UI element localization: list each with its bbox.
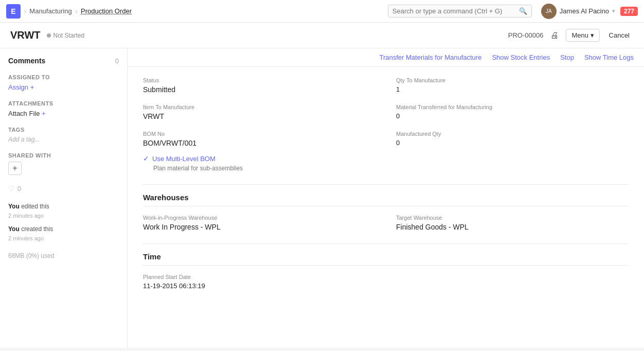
attachments-title: ATTACHMENTS — [8, 100, 119, 107]
print-icon[interactable]: 🖨 — [548, 30, 561, 41]
sidebar-attachments-section: ATTACHMENTS Attach File + — [8, 100, 119, 117]
qty-field-value: 1 — [396, 85, 629, 93]
planned-start-label: Planned Start Date — [143, 274, 629, 280]
shared-with-title: SHARED WITH — [8, 152, 119, 159]
planned-start-field: Planned Start Date 11-19-2015 06:13:19 — [143, 274, 629, 290]
warehouses-grid: Work-in-Progress Warehouse Work In Progr… — [143, 215, 629, 231]
likes-count: 0 — [17, 185, 21, 192]
status-label: Not Started — [53, 32, 85, 39]
qty-field: Qty To Manufacture 1 — [396, 77, 629, 94]
target-warehouse-field: Target Warehouse Finished Goods - WPL — [396, 215, 629, 231]
doc-id: PRO-00006 — [508, 31, 544, 39]
bom-field-value: BOM/VRWT/001 — [143, 139, 375, 147]
wip-warehouse-label: Work-in-Progress Warehouse — [143, 215, 375, 221]
item-field-value: VRWT — [143, 112, 375, 120]
user-menu-chevron: ▾ — [612, 8, 615, 14]
cancel-button[interactable]: Cancel — [605, 29, 634, 41]
bom-field-label: BOM No — [143, 131, 375, 137]
item-field-label: Item To Manufacture — [143, 104, 375, 110]
breadcrumb-manufacturing[interactable]: Manufacturing — [29, 7, 71, 15]
search-input[interactable] — [392, 7, 516, 15]
multilevel-bom-label[interactable]: Use Multi-Level BOM — [152, 155, 216, 163]
sidebar-shared-section: SHARED WITH + — [8, 152, 119, 175]
tag-input[interactable]: Add a tag... — [8, 136, 119, 143]
avatar: JA — [541, 4, 557, 19]
menu-button[interactable]: Menu ▾ — [566, 29, 599, 42]
warehouses-title: Warehouses — [143, 193, 629, 206]
activity-time-2: 2 minutes ago — [8, 235, 44, 241]
planned-start-value: 11-19-2015 06:13:19 — [143, 282, 629, 290]
sidebar-activity: You edited this 2 minutes ago You create… — [8, 202, 119, 243]
comments-count: 0 — [115, 57, 119, 65]
user-menu[interactable]: JA James Al Pacino ▾ — [541, 4, 615, 19]
comments-label: Comments — [8, 57, 45, 65]
breadcrumb-sep-1: › — [24, 7, 26, 16]
multilevel-bom-row: ✓ Use Multi-Level BOM — [143, 154, 629, 163]
warehouses-section: Warehouses Work-in-Progress Warehouse Wo… — [143, 193, 629, 231]
main-layout: Comments 0 ASSIGNED TO Assign + ATTACHME… — [0, 48, 644, 348]
stop-button[interactable]: Stop — [560, 54, 574, 61]
content-area: Transfer Materials for Manufacture Show … — [128, 48, 644, 348]
transfer-materials-button[interactable]: Transfer Materials for Manufacture — [379, 54, 481, 61]
divider-2 — [143, 243, 629, 244]
material-transferred-label: Material Transferred for Manufacturing — [396, 104, 629, 110]
shared-plus-icon: + — [12, 164, 17, 173]
status-field: Status Submitted — [143, 77, 375, 94]
action-bar: Transfer Materials for Manufacture Show … — [128, 48, 644, 67]
divider-1 — [143, 184, 629, 185]
target-warehouse-value: Finished Goods - WPL — [396, 223, 629, 231]
status-dot — [47, 33, 51, 38]
assigned-to-title: ASSIGNED TO — [8, 74, 119, 80]
storage-info: 68MB (0%) used — [8, 252, 119, 259]
material-transferred-field: Material Transferred for Manufacturing 0 — [396, 104, 629, 120]
target-warehouse-label: Target Warehouse — [396, 215, 629, 221]
time-title: Time — [143, 252, 629, 266]
item-field: Item To Manufacture VRWT — [143, 104, 375, 120]
manufactured-qty-label: Manufactured Qty — [396, 131, 629, 137]
comments-row: Comments 0 — [8, 57, 119, 65]
main-form-grid: Status Submitted Qty To Manufacture 1 It… — [143, 77, 629, 147]
show-time-logs-button[interactable]: Show Time Logs — [584, 54, 634, 61]
page-header-right: PRO-00006 🖨 Menu ▾ Cancel — [508, 29, 634, 42]
assign-button[interactable]: Assign + — [8, 83, 119, 91]
show-stock-entries-button[interactable]: Show Stock Entries — [492, 54, 550, 61]
shared-add-button[interactable]: + — [8, 162, 22, 175]
material-transferred-value: 0 — [396, 112, 629, 120]
page-header: VRWT Not Started PRO-00006 🖨 Menu ▾ Canc… — [0, 23, 644, 48]
navbar: E › Manufacturing › Production Order 🔍 J… — [0, 0, 644, 23]
likes-row: ♡ 0 — [8, 184, 119, 192]
multilevel-check-icon: ✓ — [143, 154, 149, 163]
sidebar-comments-section: Comments 0 — [8, 57, 119, 65]
sidebar-assigned-section: ASSIGNED TO Assign + — [8, 74, 119, 91]
tags-title: TAGS — [8, 127, 119, 133]
assign-plus-icon: + — [30, 83, 34, 91]
menu-chevron-icon: ▾ — [591, 31, 594, 39]
page-title: VRWT — [10, 29, 41, 41]
main-fields-section: Status Submitted Qty To Manufacture 1 It… — [143, 77, 629, 172]
heart-icon[interactable]: ♡ — [8, 184, 15, 192]
activity-actor-2: You — [8, 225, 20, 233]
wip-warehouse-field: Work-in-Progress Warehouse Work In Progr… — [143, 215, 375, 231]
breadcrumb-production-order[interactable]: Production Order — [81, 7, 132, 15]
activity-time-1: 2 minutes ago — [8, 213, 44, 219]
wip-warehouse-value: Work In Progress - WPL — [143, 223, 375, 231]
attach-plus-icon: + — [42, 110, 46, 117]
activity-actor-1: You — [8, 203, 20, 210]
form-content: Status Submitted Qty To Manufacture 1 It… — [128, 67, 644, 312]
status-field-value: Submitted — [143, 85, 375, 94]
user-name: James Al Pacino — [560, 7, 609, 15]
search-icon: 🔍 — [519, 7, 527, 15]
qty-field-label: Qty To Manufacture — [396, 77, 629, 83]
submaterial-label: Plan material for sub-assemblies — [153, 165, 629, 172]
manufactured-qty-field: Manufactured Qty 0 — [396, 131, 629, 147]
activity-action-2: created this — [21, 225, 53, 233]
status-field-label: Status — [143, 77, 375, 83]
navbar-right: JA James Al Pacino ▾ 277 — [541, 4, 638, 19]
breadcrumb-sep-2: › — [75, 7, 78, 16]
status-badge: Not Started — [47, 32, 85, 39]
attach-file-button[interactable]: Attach File + — [8, 110, 119, 117]
manufactured-qty-value: 0 — [396, 139, 629, 147]
activity-item-1: You edited this 2 minutes ago — [8, 202, 119, 220]
search-bar[interactable]: 🔍 — [388, 5, 532, 17]
notification-badge[interactable]: 277 — [620, 7, 638, 16]
